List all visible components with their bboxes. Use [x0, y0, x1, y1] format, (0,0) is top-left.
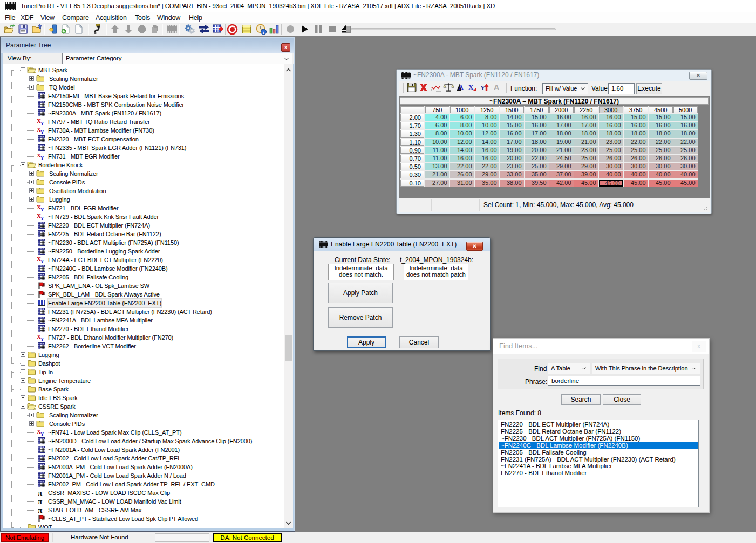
- svg-text:Y: Y: [40, 431, 44, 436]
- svg-text:Y: Y: [40, 216, 44, 221]
- svg-text:A: A: [459, 84, 464, 91]
- svg-text:Y: Y: [40, 259, 44, 264]
- svg-text:π: π: [38, 489, 43, 497]
- svg-text:A: A: [494, 83, 499, 92]
- svg-text:Y: Y: [40, 336, 44, 341]
- svg-text:Y: Y: [40, 207, 44, 212]
- svg-text:π: π: [38, 506, 43, 514]
- svg-text:Y: Y: [40, 129, 44, 134]
- svg-text:Y: Y: [480, 84, 486, 92]
- svg-text:Y: Y: [40, 121, 44, 126]
- svg-text:X: X: [468, 83, 474, 91]
- svg-text:Y: Y: [40, 155, 44, 160]
- svg-text:π: π: [38, 498, 43, 505]
